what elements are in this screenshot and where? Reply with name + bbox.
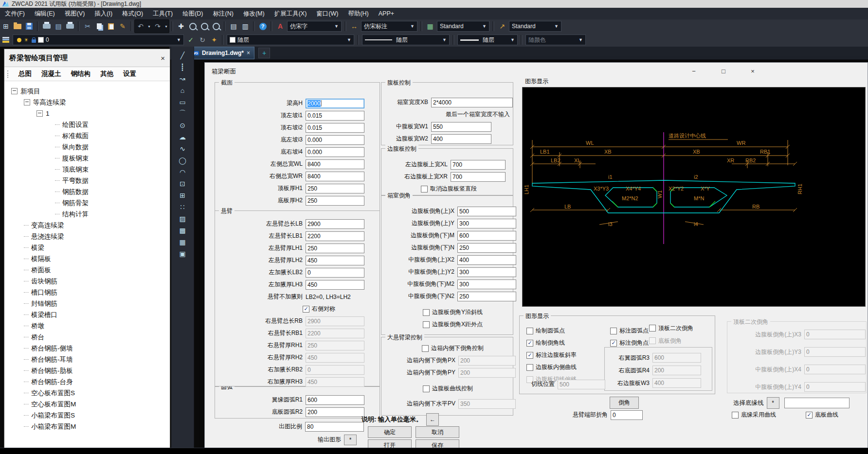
checkbox[interactable] <box>423 321 430 328</box>
checkbox[interactable]: ✓ <box>526 340 533 347</box>
chevron-down-icon[interactable]: ▼ <box>507 37 515 42</box>
checkbox[interactable] <box>423 385 430 392</box>
tree-item[interactable]: 钢筋骨架 <box>4 197 170 209</box>
tree-item[interactable]: 结构计算 <box>4 209 170 220</box>
point-icon[interactable]: ∷ <box>177 201 188 213</box>
chevron-down-icon[interactable]: ▼ <box>439 37 447 42</box>
text-style-combo[interactable]: 仿宋字▼ <box>287 21 342 32</box>
entity-style-combo[interactable]: Standard▼ <box>509 21 561 32</box>
dim-style-icon[interactable]: ↔ <box>348 20 360 32</box>
text-input[interactable]: 2900 <box>306 219 364 229</box>
tree-item[interactable]: 空心板布置图M <box>4 399 170 410</box>
menu-item-3[interactable]: 插入(I) <box>90 8 117 19</box>
text-input[interactable]: 0.000 <box>306 135 364 145</box>
ok-button[interactable]: 确定 <box>368 426 412 438</box>
collapse-icon[interactable] <box>24 99 30 105</box>
paste-icon[interactable] <box>105 20 117 32</box>
pan-icon[interactable]: ✚ <box>175 20 187 32</box>
ellipse-icon[interactable]: ◯ <box>177 155 188 166</box>
tree-item[interactable]: 钢筋数据 <box>4 186 170 197</box>
layer-on-icon[interactable] <box>17 38 21 42</box>
checkbox[interactable] <box>732 412 739 419</box>
tree-item[interactable]: 平弯数据 <box>4 175 170 186</box>
text-input[interactable]: 250 <box>306 244 364 253</box>
tree-item[interactable]: 变高连续梁 <box>4 220 170 231</box>
revision-cloud-icon[interactable]: ☁ <box>177 131 188 143</box>
spline-icon[interactable]: ∿ <box>177 143 188 155</box>
text-input[interactable]: 0 <box>611 410 643 420</box>
tree-item[interactable]: 齿块钢筋 <box>4 276 170 287</box>
checkbox[interactable] <box>526 328 533 334</box>
close-icon[interactable]: × <box>744 66 761 76</box>
chevron-down-icon[interactable]: ▼ <box>407 24 415 29</box>
tree-item[interactable]: 桥台钢筋-耳墙 <box>4 354 170 365</box>
tree-item[interactable]: 标准截面 <box>4 130 170 141</box>
gradient-icon[interactable]: ▩ <box>177 225 188 236</box>
hatch-icon[interactable]: ▨ <box>177 213 188 225</box>
text-input[interactable]: 500 <box>457 207 516 216</box>
checkbox[interactable] <box>423 309 430 316</box>
checkbox[interactable]: ✓ <box>526 352 533 359</box>
tree-item[interactable]: 桥面板 <box>4 264 170 276</box>
chevron-down-icon[interactable]: ▼ <box>174 37 181 42</box>
layer-previous-icon[interactable]: ↻ <box>197 34 208 46</box>
tool-palette-icon[interactable]: ▥ <box>239 20 251 32</box>
preview-canvas[interactable]: 道路设计中心线WLWRLB1XBXBRB1LB2XLXRRB2i1i2W1X3*… <box>522 87 866 307</box>
menu-item-1[interactable]: 编辑(E) <box>30 8 60 19</box>
layer-lock-icon[interactable] <box>32 39 36 43</box>
polyline-icon[interactable]: ↝ <box>177 73 188 85</box>
undo-icon[interactable]: ↶ <box>135 20 146 32</box>
tree-item[interactable]: 1 <box>4 108 170 119</box>
tree-item[interactable]: 绘图设置 <box>4 119 170 130</box>
select-bottom-edge-button[interactable]: * <box>767 397 779 409</box>
tree-item[interactable]: 横隔板 <box>4 253 170 264</box>
cut-icon[interactable]: ✂ <box>82 20 93 32</box>
tree-item[interactable]: 小箱梁布置图S <box>4 410 170 421</box>
close-tab-icon[interactable]: × <box>247 50 250 56</box>
text-input[interactable]: 200 <box>306 407 364 417</box>
copy-icon[interactable] <box>93 20 105 32</box>
palette-tab-1[interactable]: 混凝土 <box>36 70 66 78</box>
chevron-down-icon[interactable]: ▼ <box>331 24 339 29</box>
tree-item[interactable]: 横梁槽口 <box>4 309 170 320</box>
text-input[interactable]: 0.000 <box>306 147 364 157</box>
rectangle-icon[interactable]: ▭ <box>177 96 188 108</box>
tree-item[interactable]: 等高连续梁 <box>4 97 170 108</box>
redo-icon[interactable]: ↷ <box>152 20 163 32</box>
menu-item-7[interactable]: 标注(N) <box>208 8 238 19</box>
palette-tab-4[interactable]: 设置 <box>118 70 141 78</box>
layer-thaw-icon[interactable]: ☀ <box>24 37 29 43</box>
collapse-icon[interactable] <box>36 110 43 117</box>
tree-item[interactable]: 新项目 <box>4 86 170 97</box>
menu-item-0[interactable]: 文件(F) <box>0 8 30 19</box>
dim-style-combo[interactable]: 仿宋标注▼ <box>361 21 417 32</box>
polygon-icon[interactable]: ⌂ <box>177 85 188 96</box>
text-input[interactable]: 450 <box>306 256 364 265</box>
checkbox[interactable]: ✓ <box>303 306 309 313</box>
table-style-icon[interactable]: ▦ <box>424 20 436 32</box>
minimize-icon[interactable]: − <box>686 66 702 76</box>
text-input[interactable]: 600 <box>457 231 516 241</box>
collapse-icon[interactable] <box>11 88 18 94</box>
layer-combo[interactable]: ☀ 0 ▼ <box>13 35 184 45</box>
palette-close-icon[interactable]: × <box>161 54 165 62</box>
new-tab-button[interactable]: + <box>258 48 270 58</box>
text-input[interactable]: 80 <box>305 422 364 432</box>
ellipse-arc-icon[interactable]: ◠ <box>177 166 188 178</box>
document-tab[interactable]: DWG Drawing1.dwg* × <box>184 47 254 59</box>
palette-tab-0[interactable]: 总图 <box>14 70 36 78</box>
tree-item[interactable]: 桥台钢筋-侧墙 <box>4 343 170 354</box>
checkbox[interactable] <box>526 364 533 371</box>
circle-icon[interactable]: ⊙ <box>177 120 188 131</box>
tree-item[interactable]: 桥台钢筋-台身 <box>4 376 170 387</box>
chevron-down-icon[interactable]: ▼ <box>479 24 487 29</box>
tree-item[interactable]: 纵向数据 <box>4 141 170 153</box>
bottom-edge-input[interactable] <box>784 398 850 408</box>
text-input[interactable]: 250 <box>306 184 364 193</box>
menu-item-11[interactable]: 帮助(H) <box>343 8 373 19</box>
menu-item-6[interactable]: 绘图(D) <box>178 8 208 19</box>
tree-item[interactable]: 槽口钢筋 <box>4 287 170 298</box>
text-input[interactable]: 300 <box>457 219 516 228</box>
new-file-icon[interactable]: ⊞ <box>0 20 12 32</box>
maximize-icon[interactable]: □ <box>715 66 732 76</box>
